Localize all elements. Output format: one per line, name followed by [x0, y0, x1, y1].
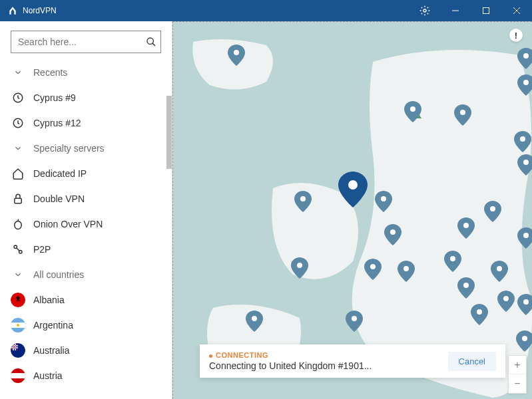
countries-label: All countries — [33, 269, 84, 280]
svg-point-5 — [147, 38, 153, 44]
country-item-australia[interactable]: Australia — [0, 338, 172, 363]
country-item-austria[interactable]: Austria — [0, 363, 172, 388]
minimize-button[interactable] — [440, 0, 471, 21]
country-item-label: Albania — [33, 295, 65, 305]
country-item-argentina[interactable]: Argentina — [0, 313, 172, 338]
specialty-item-label: P2P — [33, 244, 51, 255]
country-item-albania[interactable]: Albania — [0, 287, 172, 313]
map-pin[interactable] — [246, 311, 263, 334]
specialty-item-double-vpn[interactable]: Double VPN — [0, 186, 172, 211]
map-pin[interactable] — [471, 304, 488, 328]
recent-item-label: Cyprus #9 — [33, 92, 76, 103]
svg-point-25 — [460, 110, 465, 115]
svg-point-43 — [503, 296, 509, 301]
status-text: Connecting to United Kingdom #1901... — [209, 360, 448, 371]
settings-button[interactable] — [409, 0, 440, 21]
specialty-item-dedicated-ip[interactable]: Dedicated IP — [0, 161, 172, 186]
svg-point-10 — [15, 221, 22, 229]
cancel-button[interactable]: Cancel — [448, 352, 496, 371]
map-pin[interactable] — [364, 259, 382, 283]
svg-rect-20 — [11, 373, 25, 378]
map-pin[interactable] — [384, 224, 401, 248]
svg-point-29 — [381, 196, 386, 201]
map-pin[interactable] — [457, 277, 475, 301]
country-item-label: Austria — [33, 370, 63, 381]
flag-albania-icon — [11, 293, 25, 307]
zoom-out-button[interactable]: − — [509, 374, 526, 393]
map-pin[interactable] — [516, 331, 532, 354]
svg-point-34 — [490, 206, 495, 211]
maximize-button[interactable] — [471, 0, 501, 21]
specialty-item-label: Onion Over VPN — [33, 219, 103, 229]
map-area[interactable]: ! CONNECTING Connecting to United Kingdo… — [172, 21, 532, 399]
chevron-down-icon — [13, 270, 23, 279]
svg-point-35 — [523, 233, 529, 238]
map-pin[interactable] — [294, 191, 312, 215]
svg-point-37 — [523, 53, 529, 59]
countries-header[interactable]: All countries — [0, 262, 172, 287]
country-item-label: Argentina — [33, 320, 73, 331]
specialty-label: Specialty servers — [33, 143, 105, 154]
map-pin[interactable] — [228, 45, 245, 68]
map-pin[interactable] — [398, 261, 415, 285]
map-pin[interactable] — [404, 101, 421, 125]
map-pin[interactable] — [517, 227, 532, 251]
svg-point-38 — [523, 299, 529, 305]
map-pin[interactable] — [457, 217, 475, 241]
svg-point-41 — [252, 316, 257, 321]
svg-point-26 — [523, 80, 529, 85]
recent-item-cyprus-9[interactable]: Cyprus #9 — [0, 85, 172, 110]
recent-item-cyprus-12[interactable]: Cyprus #12 — [0, 110, 172, 136]
svg-point-24 — [410, 106, 415, 112]
titlebar: NordVPN — [0, 0, 532, 21]
info-badge[interactable]: ! — [509, 29, 523, 42]
map-pin[interactable] — [375, 191, 392, 215]
specialty-header[interactable]: Specialty servers — [0, 136, 172, 161]
map-pin[interactable] — [291, 257, 308, 281]
country-item-label: Australia — [33, 345, 69, 356]
map-background — [173, 22, 532, 399]
svg-rect-2 — [483, 8, 489, 14]
svg-point-17 — [17, 324, 19, 327]
map-pin[interactable] — [517, 154, 532, 178]
map-pin[interactable] — [444, 251, 461, 275]
scrollbar-thumb[interactable] — [166, 96, 172, 169]
specialty-item-onion[interactable]: Onion Over VPN — [0, 211, 172, 237]
map-pin[interactable] — [484, 201, 501, 225]
search-box[interactable] — [11, 31, 161, 53]
minimize-icon — [452, 7, 459, 14]
svg-point-33 — [463, 223, 469, 228]
map-pin[interactable] — [454, 104, 471, 128]
svg-point-48 — [348, 180, 358, 190]
map-pin[interactable] — [517, 48, 532, 72]
svg-point-32 — [403, 266, 409, 271]
onion-icon — [12, 218, 24, 230]
zoom-controls: + − — [508, 355, 527, 394]
svg-point-46 — [450, 256, 455, 261]
recents-header[interactable]: Recents — [0, 60, 172, 85]
svg-rect-9 — [15, 198, 22, 203]
p2p-icon — [12, 243, 24, 255]
chevron-down-icon — [13, 144, 23, 153]
svg-point-47 — [463, 283, 469, 288]
svg-point-45 — [297, 263, 302, 268]
maximize-icon — [483, 7, 489, 14]
map-pin[interactable] — [514, 131, 531, 155]
map-pin[interactable] — [517, 74, 532, 98]
zoom-in-button[interactable]: + — [509, 356, 526, 374]
close-icon — [513, 7, 520, 14]
map-pin[interactable] — [497, 291, 515, 315]
svg-point-31 — [370, 264, 376, 269]
sidebar: Recents Cyprus #9 Cyprus #12 Specialty s… — [0, 21, 172, 399]
specialty-item-p2p[interactable]: P2P — [0, 237, 172, 262]
map-pin-selected[interactable] — [338, 172, 368, 210]
map-pin[interactable] — [346, 311, 363, 334]
map-pin[interactable] — [491, 261, 508, 285]
svg-point-40 — [522, 336, 527, 341]
search-input[interactable] — [11, 37, 141, 47]
svg-point-23 — [234, 50, 239, 55]
chevron-down-icon — [13, 68, 23, 77]
map-pin[interactable] — [517, 294, 532, 318]
app-logo-icon — [8, 6, 17, 15]
close-button[interactable] — [501, 0, 532, 21]
